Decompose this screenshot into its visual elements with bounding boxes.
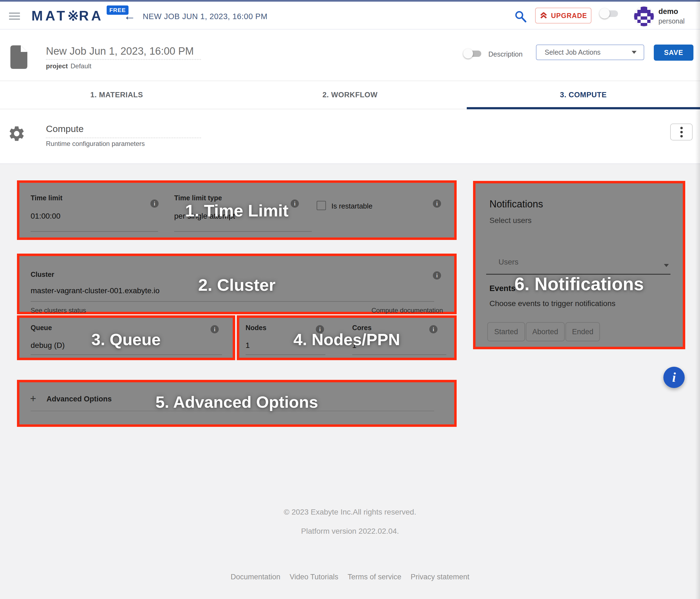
annotation-box-notifications: Notifications Select users Users Events … (473, 181, 685, 349)
job-actions-value: Select Job Actions (545, 48, 632, 56)
annotation-label-3: 3. Queue (19, 330, 233, 349)
annotation-label-5: 5. Advanced Options (19, 393, 454, 412)
avatar[interactable] (634, 6, 654, 27)
search-icon[interactable] (514, 10, 527, 23)
annotation-box-nodes-ppn: Nodes i 1 Cores i 1 4. Nodes/PPN (237, 315, 457, 360)
hamburger-menu-icon[interactable] (9, 12, 20, 20)
tab-materials[interactable]: 1. MATERIALS (0, 81, 233, 109)
logo-glyph-icon: ※ (68, 8, 79, 24)
event-button-started[interactable]: Started (487, 322, 525, 341)
input-underline (31, 231, 158, 232)
job-header: New Job Jun 1, 2023, 16:00 PM projectDef… (0, 29, 700, 81)
double-chevron-up-icon (540, 11, 548, 20)
project-row: projectDefault (46, 62, 91, 70)
user-name: demo (658, 6, 685, 17)
compute-documentation-link[interactable]: Compute documentation (372, 307, 443, 314)
logo-text-2: RA (79, 8, 104, 24)
annotation-label-6: 6. Notifications (476, 274, 683, 294)
upgrade-label: UPGRADE (551, 12, 587, 20)
logo-text: MAT (31, 8, 68, 24)
active-tab-indicator (467, 107, 700, 109)
footer-link-privacy[interactable]: Privacy statement (411, 573, 470, 581)
compute-title-underline (46, 137, 201, 138)
notifications-title: Notifications (490, 199, 543, 210)
job-actions-select[interactable]: Select Job Actions (536, 45, 644, 60)
input-underline (352, 355, 446, 355)
footer-version: Platform version 2022.02.04. (0, 527, 700, 536)
footer-link-video-tutorials[interactable]: Video Tutorials (290, 573, 338, 581)
see-clusters-status-link[interactable]: See clusters status (31, 307, 86, 314)
kebab-menu-button[interactable] (670, 124, 693, 140)
save-button[interactable]: SAVE (654, 45, 694, 61)
footer-link-documentation[interactable]: Documentation (231, 573, 280, 581)
job-title-underline (46, 59, 201, 60)
input-underline (31, 355, 222, 355)
step-tabs: 1. MATERIALS 2. WORKFLOW 3. COMPUTE (0, 81, 700, 109)
app-window: MAT※RA FREE ← NEW JOB JUN 1, 2023, 16:00… (0, 0, 700, 599)
annotation-box-advanced: + Advanced Options 5. Advanced Options (17, 380, 457, 427)
annotation-box-time-limit: Time limit i 01:00:00 Time limit type i … (17, 180, 457, 240)
toggle-knob (463, 49, 473, 58)
users-select[interactable]: Users (498, 258, 519, 266)
tab-compute[interactable]: 3. COMPUTE (467, 81, 700, 109)
job-title[interactable]: New Job Jun 1, 2023, 16:00 PM (46, 45, 194, 57)
top-app-bar: MAT※RA FREE ← NEW JOB JUN 1, 2023, 16:00… (0, 0, 700, 29)
annotation-label-1: 1. Time Limit (19, 201, 454, 220)
footer-copyright: © 2023 Exabyte Inc.All rights reserved. (0, 508, 700, 517)
annotation-label-2: 2. Cluster (19, 275, 454, 294)
annotation-label-4: 4. Nodes/PPN (239, 330, 454, 349)
compute-title: Compute (46, 124, 84, 134)
info-icon: i (672, 371, 676, 384)
back-arrow-icon[interactable]: ← (124, 9, 135, 23)
description-toggle[interactable] (463, 49, 482, 58)
mat3ra-logo[interactable]: MAT※RA (31, 9, 104, 23)
input-underline (174, 231, 312, 232)
description-label: Description (489, 50, 523, 58)
toggle-knob (599, 8, 610, 19)
header-toggle[interactable] (599, 8, 619, 19)
tab-workflow[interactable]: 2. WORKFLOW (233, 81, 467, 109)
project-label: project (46, 62, 68, 70)
gear-icon (8, 125, 26, 142)
header-page-title: NEW JOB JUN 1, 2023, 16:00 PM (143, 12, 268, 21)
input-underline (246, 355, 325, 355)
annotation-box-cluster: Cluster i master-vagrant-cluster-001.exa… (17, 254, 457, 314)
project-value[interactable]: Default (71, 62, 91, 70)
footer-link-terms[interactable]: Terms of service (348, 573, 401, 581)
select-users-label: Select users (490, 216, 531, 225)
user-info: demo personal (658, 6, 685, 26)
chevron-down-icon (664, 264, 669, 267)
info-fab-button[interactable]: i (664, 367, 685, 388)
input-underline (31, 301, 434, 302)
event-button-ended[interactable]: Ended (566, 322, 600, 341)
footer-links: Documentation Video Tutorials Terms of s… (0, 573, 700, 581)
compute-subtitle: Runtime configuration parameters (46, 140, 145, 148)
event-button-aborted[interactable]: Aborted (526, 322, 565, 341)
compute-section-header: Compute Runtime configuration parameters (0, 109, 700, 164)
upgrade-button[interactable]: UPGRADE (535, 8, 592, 24)
identicon-image (634, 6, 654, 26)
document-icon (10, 45, 27, 69)
events-hint: Choose events to trigger notifications (490, 299, 616, 308)
user-account: personal (658, 17, 685, 26)
chevron-down-icon (632, 51, 636, 54)
annotation-box-queue: Queue i debug (D) 3. Queue (17, 315, 235, 360)
scroll-edge-shadow (695, 0, 700, 599)
